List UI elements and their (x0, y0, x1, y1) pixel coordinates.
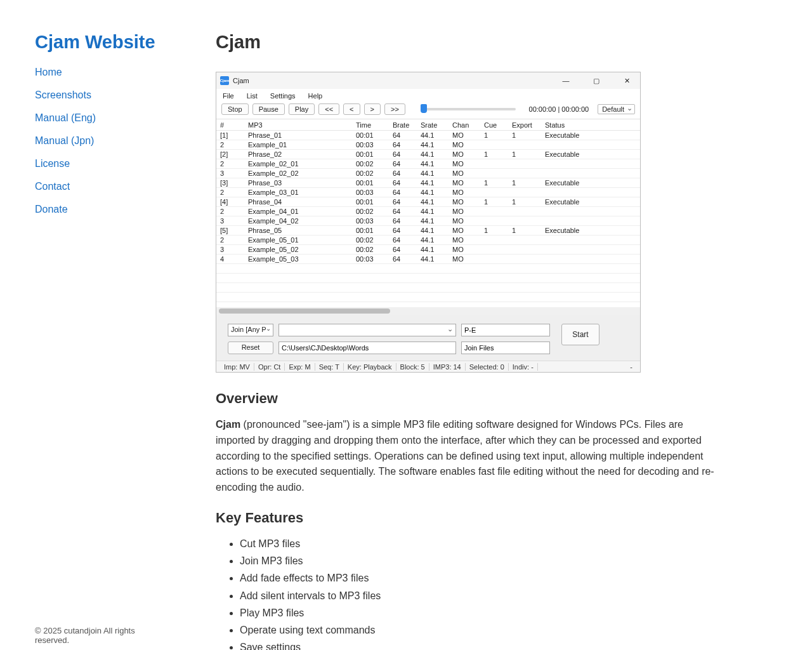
column-header[interactable]: Status (545, 121, 589, 129)
table-row[interactable]: [1]Phrase_0100:016444.1MO11Executable (216, 131, 640, 140)
cell: 44.1 (421, 227, 452, 234)
cell: 1 (484, 227, 512, 234)
menu-item[interactable]: Help (308, 92, 323, 100)
cell: 00:03 (356, 189, 393, 196)
pe-input[interactable] (461, 324, 550, 336)
table-row[interactable]: 3Example_04_0200:036444.1MO (216, 216, 640, 226)
close-icon[interactable]: ✕ (617, 77, 636, 85)
combo-input[interactable] (278, 324, 456, 336)
toolbar-button[interactable]: << (318, 103, 339, 115)
table-row[interactable]: 4Example_05_0300:036444.1MO (216, 255, 640, 264)
cell: Example_01 (248, 141, 356, 149)
column-header[interactable]: Cue (484, 121, 512, 129)
cell: MO (452, 198, 484, 206)
cell: Executable (545, 179, 589, 187)
table-row[interactable]: [3]Phrase_0300:016444.1MO11Executable (216, 178, 640, 188)
menu-item[interactable]: File (223, 92, 234, 100)
mode-select[interactable]: Default (598, 104, 635, 114)
slider-thumb[interactable] (421, 104, 427, 113)
nav-link[interactable]: License (35, 158, 70, 169)
cell: Example_02_01 (248, 160, 356, 168)
column-header[interactable]: MP3 (248, 121, 356, 129)
nav-link[interactable]: Donate (35, 204, 68, 215)
nav-link[interactable]: Home (35, 67, 62, 77)
table-row[interactable]: 2Example_0100:036444.1MO (216, 140, 640, 150)
cell: Phrase_03 (248, 179, 356, 187)
cell: 44.1 (421, 131, 452, 139)
table-row[interactable]: 3Example_02_0200:026444.1MO (216, 169, 640, 178)
column-header[interactable]: # (220, 121, 248, 129)
app-screenshot: Cjam Cjam — ▢ ✕ FileListSettingsHelp Sto… (216, 72, 641, 373)
toolbar-button[interactable]: Pause (252, 103, 285, 115)
cell: 3 (220, 169, 248, 177)
toolbar-button[interactable]: Play (289, 103, 315, 115)
toolbar-button[interactable]: < (343, 103, 360, 115)
cell: 00:03 (356, 255, 393, 263)
seek-slider[interactable] (421, 108, 516, 110)
nav-link[interactable]: Manual (Eng) (35, 112, 96, 123)
toolbar-button[interactable]: >> (384, 103, 405, 115)
cell: 1 (512, 179, 545, 187)
cell: [4] (220, 198, 248, 206)
cell: [1] (220, 131, 248, 139)
horizontal-scrollbar[interactable] (216, 307, 640, 315)
column-header[interactable]: Brate (393, 121, 421, 129)
column-header[interactable]: Chan (452, 121, 484, 129)
minimize-icon[interactable]: — (556, 77, 575, 85)
table-row[interactable]: 2Example_03_0100:036444.1MO (216, 188, 640, 197)
table-row[interactable]: [4]Phrase_0400:016444.1MO11Executable (216, 197, 640, 207)
status-segment: Imp: MV (220, 363, 254, 371)
cell: 00:03 (356, 141, 393, 149)
cell: 44.1 (421, 255, 452, 263)
cell: MO (452, 179, 484, 187)
site-title[interactable]: Cjam Website (35, 32, 165, 53)
cell: 64 (393, 236, 421, 244)
nav-link[interactable]: Contact (35, 181, 70, 192)
table-row[interactable]: 2Example_05_0100:026444.1MO (216, 235, 640, 245)
cell: 44.1 (421, 208, 452, 215)
menu-item[interactable]: Settings (270, 92, 296, 100)
status-segment: Selected: 0 (466, 363, 509, 371)
table-row[interactable]: [2]Phrase_0200:016444.1MO11Executable (216, 150, 640, 159)
nav-link[interactable]: Screenshots (35, 90, 91, 100)
cell: Phrase_01 (248, 131, 356, 139)
cell: 64 (393, 255, 421, 263)
table-row[interactable]: 2Example_04_0100:026444.1MO (216, 207, 640, 216)
table-row[interactable]: [5]Phrase_0500:016444.1MO11Executable (216, 226, 640, 235)
overview-heading: Overview (216, 390, 723, 407)
cell: 64 (393, 208, 421, 215)
join-mode-select[interactable]: Join [Any P (228, 324, 273, 336)
column-header[interactable]: Export (512, 121, 545, 129)
table-row-empty (216, 264, 640, 274)
column-header[interactable]: Srate (421, 121, 452, 129)
cell: 2 (220, 208, 248, 215)
cell: 64 (393, 131, 421, 139)
cell: 44.1 (421, 160, 452, 168)
start-button[interactable]: Start (561, 324, 599, 345)
feature-item: Add silent intervals to MP3 files (240, 588, 723, 603)
status-segment: - (626, 363, 636, 371)
cell: Example_05_03 (248, 255, 356, 263)
nav-link[interactable]: Manual (Jpn) (35, 135, 94, 146)
maximize-icon[interactable]: ▢ (587, 77, 606, 85)
cell: 00:02 (356, 160, 393, 168)
grid-body[interactable]: [1]Phrase_0100:016444.1MO11Executable2Ex… (216, 131, 640, 315)
table-row[interactable]: 3Example_05_0200:026444.1MO (216, 245, 640, 255)
reset-button[interactable]: Reset (228, 342, 273, 354)
menubar: FileListSettingsHelp (216, 89, 640, 102)
status-segment: Exp: M (285, 363, 315, 371)
cell: 2 (220, 141, 248, 149)
cell: 64 (393, 227, 421, 234)
cell: MO (452, 246, 484, 253)
toolbar-button[interactable]: > (364, 103, 381, 115)
cell: 00:02 (356, 208, 393, 215)
cell: 00:03 (356, 217, 393, 225)
path-input[interactable] (278, 342, 456, 354)
cell: MO (452, 208, 484, 215)
toolbar-button[interactable]: Stop (221, 103, 249, 115)
column-header[interactable]: Time (356, 121, 393, 129)
table-row[interactable]: 2Example_02_0100:026444.1MO (216, 159, 640, 169)
menu-item[interactable]: List (247, 92, 258, 100)
joinfiles-input[interactable] (461, 342, 550, 354)
statusbar: Imp: MVOpr: CtExp: MSeq: TKey: PlaybackB… (216, 361, 640, 372)
